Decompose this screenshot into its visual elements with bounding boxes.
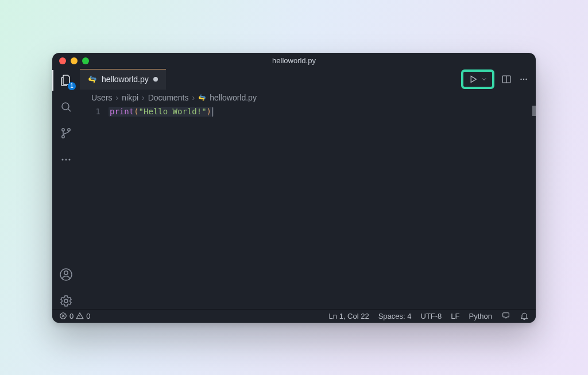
status-warning-count: 0 xyxy=(86,312,90,320)
gear-icon xyxy=(59,294,73,308)
svg-point-6 xyxy=(68,158,70,160)
bell-icon xyxy=(520,311,529,320)
svg-point-3 xyxy=(68,128,70,130)
play-icon xyxy=(468,74,478,84)
chevron-right-icon: › xyxy=(142,93,145,102)
status-indentation[interactable]: Spaces: 4 xyxy=(378,312,412,320)
split-icon xyxy=(501,74,512,84)
status-cursor-position[interactable]: Ln 1, Col 22 xyxy=(329,312,369,320)
status-feedback[interactable] xyxy=(501,311,510,320)
editor-main: helloworld.py xyxy=(80,69,536,309)
error-icon xyxy=(59,312,67,320)
status-encoding[interactable]: UTF-8 xyxy=(421,312,442,320)
status-problems[interactable]: 0 0 xyxy=(59,312,90,320)
source-control-activity-button[interactable] xyxy=(58,125,74,141)
account-activity-button[interactable] xyxy=(58,266,74,283)
breadcrumb-segment[interactable]: nikpi xyxy=(122,93,138,102)
breadcrumb-segment[interactable]: Documents xyxy=(148,93,189,102)
status-bar: 0 0 Ln 1, Col 22 Spaces: 4 UTF-8 LF Pyth… xyxy=(52,309,536,323)
chevron-right-icon: › xyxy=(116,93,119,102)
feedback-icon xyxy=(501,311,510,320)
status-error-count: 0 xyxy=(69,312,74,320)
breadcrumb-segment[interactable]: helloworld.py xyxy=(210,93,257,102)
settings-activity-button[interactable] xyxy=(58,293,74,309)
search-icon xyxy=(59,100,73,114)
python-file-icon xyxy=(88,75,97,84)
tab-actions xyxy=(454,69,536,90)
title-bar: helloworld.py xyxy=(52,53,536,69)
code-editor[interactable]: 1 print("Hello World!") xyxy=(80,106,536,309)
token-string: "Hello World!" xyxy=(139,107,207,116)
code-line[interactable]: print("Hello World!") xyxy=(109,107,214,117)
tab-label: helloworld.py xyxy=(102,75,149,84)
svg-point-4 xyxy=(61,158,63,160)
svg-point-11 xyxy=(520,78,521,79)
tab-helloworld[interactable]: helloworld.py xyxy=(80,69,166,90)
token-function: print xyxy=(110,107,134,116)
warning-icon xyxy=(76,312,84,320)
split-editor-button[interactable] xyxy=(501,74,512,84)
status-notifications[interactable] xyxy=(520,311,529,320)
status-language[interactable]: Python xyxy=(469,312,492,320)
activity-bar: 1 xyxy=(52,69,80,309)
python-file-icon xyxy=(198,94,206,102)
editor-body: 1 xyxy=(52,69,536,309)
tabs-row: helloworld.py xyxy=(80,69,536,90)
breadcrumb[interactable]: Users › nikpi › Documents › helloworld.p… xyxy=(80,90,536,106)
line-gutter: 1 xyxy=(80,106,109,309)
svg-point-1 xyxy=(62,128,64,130)
status-eol[interactable]: LF xyxy=(451,312,459,320)
svg-point-9 xyxy=(64,299,68,303)
svg-point-0 xyxy=(62,103,69,110)
chevron-down-icon xyxy=(481,76,488,83)
more-activity-button[interactable] xyxy=(58,152,74,168)
chevron-right-icon: › xyxy=(192,93,195,102)
breadcrumb-segment[interactable]: Users xyxy=(91,93,113,102)
ellipsis-icon xyxy=(519,74,529,84)
svg-point-5 xyxy=(65,158,67,160)
svg-point-12 xyxy=(523,78,524,79)
window-title: helloworld.py xyxy=(52,56,536,65)
ellipsis-icon xyxy=(59,153,73,167)
text-cursor xyxy=(212,107,212,117)
svg-point-13 xyxy=(525,78,527,79)
token-paren: ) xyxy=(207,107,211,116)
svg-point-7 xyxy=(64,270,68,274)
token-paren: ( xyxy=(134,107,138,116)
explorer-badge: 1 xyxy=(68,82,76,90)
minimap[interactable] xyxy=(532,106,536,116)
tab-more-button[interactable] xyxy=(519,74,529,84)
run-button-highlight xyxy=(461,69,494,89)
branch-icon xyxy=(59,126,73,140)
line-number: 1 xyxy=(80,107,100,116)
run-button[interactable] xyxy=(468,74,478,84)
account-icon xyxy=(59,268,73,281)
tab-dirty-indicator xyxy=(153,77,158,82)
run-dropdown-button[interactable] xyxy=(481,76,488,83)
search-activity-button[interactable] xyxy=(58,99,74,115)
code-area[interactable]: print("Hello World!") xyxy=(109,106,536,309)
vscode-window: helloworld.py 1 xyxy=(52,53,536,323)
svg-point-2 xyxy=(62,135,64,137)
explorer-activity-button[interactable]: 1 xyxy=(58,72,74,88)
